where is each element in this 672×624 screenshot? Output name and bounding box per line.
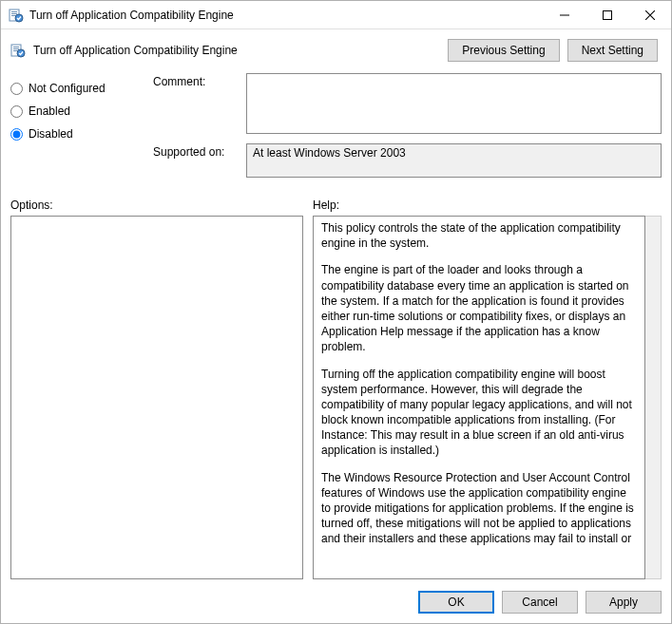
- dialog-window: Turn off Application Compatibility Engin…: [0, 0, 672, 624]
- help-label: Help:: [313, 199, 339, 212]
- previous-setting-button[interactable]: Previous Setting: [448, 39, 559, 62]
- svg-rect-5: [560, 14, 569, 15]
- help-paragraph: This policy controls the state of the ap…: [321, 220, 637, 251]
- policy-title: Turn off Application Compatibility Engin…: [33, 44, 440, 57]
- radio-label: Disabled: [29, 127, 73, 141]
- header-row: Turn off Application Compatibility Engin…: [10, 35, 662, 69]
- options-label: Options:: [10, 199, 303, 212]
- settings-area: Not Configured Enabled Disabled Comment:: [10, 69, 662, 187]
- close-button[interactable]: [628, 1, 671, 28]
- svg-rect-2: [11, 13, 17, 14]
- next-setting-button[interactable]: Next Setting: [567, 39, 658, 62]
- radio-not-configured[interactable]: Not Configured: [10, 77, 144, 100]
- radio-not-configured-input[interactable]: [10, 83, 23, 95]
- cancel-button[interactable]: Cancel: [502, 591, 578, 614]
- svg-rect-9: [13, 48, 19, 49]
- help-paragraph: The engine is part of the loader and loo…: [321, 262, 637, 354]
- apply-button[interactable]: Apply: [586, 591, 662, 614]
- supported-row: Supported on: At least Windows Server 20…: [153, 143, 662, 178]
- help-wrap: This policy controls the state of the ap…: [313, 216, 662, 579]
- ok-button[interactable]: OK: [418, 591, 494, 614]
- supported-on-text: At least Windows Server 2003: [253, 146, 406, 160]
- policy-icon: [9, 8, 24, 23]
- options-panel: [10, 216, 303, 579]
- svg-rect-8: [13, 47, 19, 47]
- window-controls: [543, 1, 671, 28]
- panel-labels: Options: Help:: [10, 193, 662, 216]
- radio-enabled[interactable]: Enabled: [10, 100, 144, 123]
- help-paragraph: Turning off the application compatibilit…: [321, 367, 637, 459]
- radio-label: Enabled: [29, 104, 70, 118]
- dialog-content: Turn off Application Compatibility Engin…: [1, 29, 671, 623]
- radio-label: Not Configured: [29, 82, 106, 95]
- help-paragraph: The Windows Resource Protection and User…: [321, 470, 637, 547]
- svg-rect-6: [603, 10, 611, 19]
- minimize-button[interactable]: [543, 1, 586, 28]
- help-scrollbar[interactable]: [645, 216, 662, 579]
- radio-disabled-input[interactable]: [10, 128, 23, 141]
- radio-disabled[interactable]: Disabled: [10, 123, 144, 145]
- maximize-button[interactable]: [586, 1, 628, 28]
- panels: This policy controls the state of the ap…: [10, 216, 662, 579]
- supported-label: Supported on:: [153, 143, 239, 178]
- policy-icon: [10, 43, 26, 58]
- titlebar: Turn off Application Compatibility Engin…: [1, 1, 671, 29]
- state-radio-group: Not Configured Enabled Disabled: [10, 73, 144, 178]
- radio-enabled-input[interactable]: [10, 105, 23, 118]
- svg-rect-1: [11, 11, 17, 12]
- comment-textarea[interactable]: [246, 73, 662, 134]
- comment-label: Comment:: [153, 73, 239, 134]
- titlebar-text: Turn off Application Compatibility Engin…: [29, 9, 543, 22]
- help-panel[interactable]: This policy controls the state of the ap…: [313, 216, 645, 579]
- nav-buttons: Previous Setting Next Setting: [448, 39, 658, 62]
- comment-row: Comment:: [153, 73, 662, 134]
- form-column: Comment: Supported on: At least Windows …: [153, 73, 662, 178]
- supported-on-box: At least Windows Server 2003: [246, 143, 662, 178]
- dialog-footer: OK Cancel Apply: [10, 579, 662, 614]
